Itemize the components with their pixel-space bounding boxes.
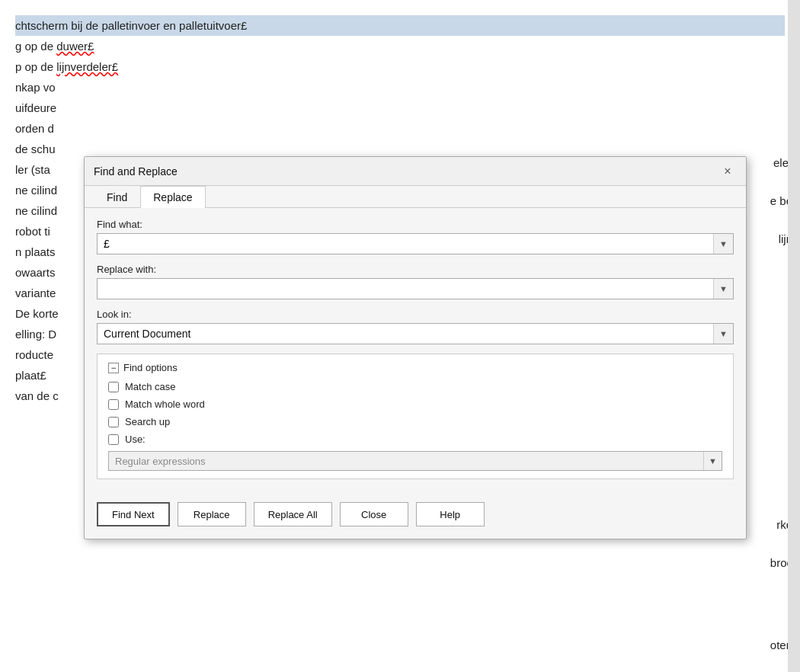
look-in-row: Look in: Current Document ▼	[97, 309, 734, 344]
replace-button[interactable]: Replace	[178, 502, 246, 526]
doc-line-6: orden d	[15, 118, 785, 139]
search-up-label[interactable]: Search up	[125, 416, 170, 427]
find-what-label: Find what:	[97, 219, 734, 230]
search-up-checkbox[interactable]	[108, 417, 119, 427]
find-options-title: Find options	[123, 362, 178, 373]
replace-with-label: Replace with:	[97, 264, 734, 275]
find-what-input[interactable]	[98, 234, 713, 254]
replace-with-dropdown-arrow[interactable]: ▼	[713, 279, 733, 299]
search-up-row: Search up	[108, 416, 722, 427]
find-next-button[interactable]: Find Next	[97, 502, 170, 526]
use-row: Use:	[108, 434, 722, 445]
use-dropdown-value: Regular expressions	[109, 456, 703, 467]
dialog-tabs: Find Replace	[85, 186, 746, 208]
doc-line-2: g op de duwer£	[15, 36, 785, 56]
use-dropdown[interactable]: Regular expressions ▼	[108, 451, 722, 471]
find-what-dropdown-arrow[interactable]: ▼	[713, 234, 733, 254]
doc-line-3: p op de lijnverdeler£	[15, 56, 785, 77]
doc-line-5: uifdeure	[15, 98, 785, 118]
replace-with-row: Replace with: ▼	[97, 264, 734, 299]
look-in-label: Look in:	[97, 309, 734, 320]
match-case-label[interactable]: Match case	[125, 381, 175, 392]
dialog-titlebar: Find and Replace ×	[85, 157, 746, 186]
replace-with-input[interactable]	[98, 279, 713, 299]
use-label[interactable]: Use:	[125, 434, 146, 445]
use-dropdown-arrow[interactable]: ▼	[703, 452, 722, 470]
close-dialog-button[interactable]: ×	[718, 162, 737, 181]
doc-line-4: nkap vo	[15, 77, 785, 98]
find-options-header[interactable]: − Find options	[108, 362, 722, 373]
replace-all-button[interactable]: Replace All	[254, 502, 332, 526]
find-replace-dialog: Find and Replace × Find Replace Find wha…	[84, 156, 747, 539]
replace-with-input-container[interactable]: ▼	[97, 278, 734, 299]
match-whole-word-row: Match whole word	[108, 398, 722, 410]
find-what-row: Find what: ▼	[97, 219, 734, 254]
match-case-row: Match case	[108, 381, 722, 392]
look-in-dropdown-arrow[interactable]: ▼	[713, 324, 733, 344]
match-whole-word-checkbox[interactable]	[108, 399, 119, 410]
tab-replace[interactable]: Replace	[140, 186, 205, 208]
dialog-title: Find and Replace	[94, 165, 178, 178]
help-button[interactable]: Help	[416, 502, 485, 526]
look-in-value: Current Document	[98, 328, 713, 340]
scrollbar-right[interactable]	[788, 0, 800, 672]
match-case-checkbox[interactable]	[108, 382, 119, 392]
collapse-button[interactable]: −	[108, 363, 119, 373]
find-what-input-container[interactable]: ▼	[97, 233, 734, 254]
use-checkbox[interactable]	[108, 434, 119, 445]
find-options-section: − Find options Match case Match whole wo…	[97, 354, 734, 479]
doc-line-1: chtscherm bij de palletinvoer en palletu…	[15, 15, 785, 36]
look-in-select[interactable]: Current Document ▼	[97, 323, 734, 344]
tab-find[interactable]: Find	[94, 186, 140, 208]
match-whole-word-label[interactable]: Match whole word	[125, 398, 205, 410]
dialog-buttons: Find Next Replace Replace All Close Help	[85, 502, 746, 539]
close-button[interactable]: Close	[340, 502, 408, 526]
dialog-body: Find what: ▼ Replace with: ▼ Look in: Cu…	[85, 208, 746, 502]
